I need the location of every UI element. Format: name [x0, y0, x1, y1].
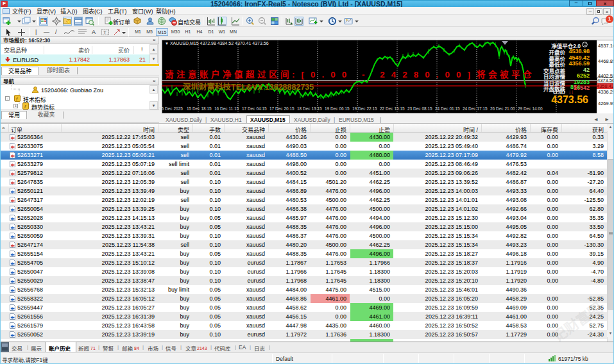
svg-text:T: T	[103, 29, 107, 35]
